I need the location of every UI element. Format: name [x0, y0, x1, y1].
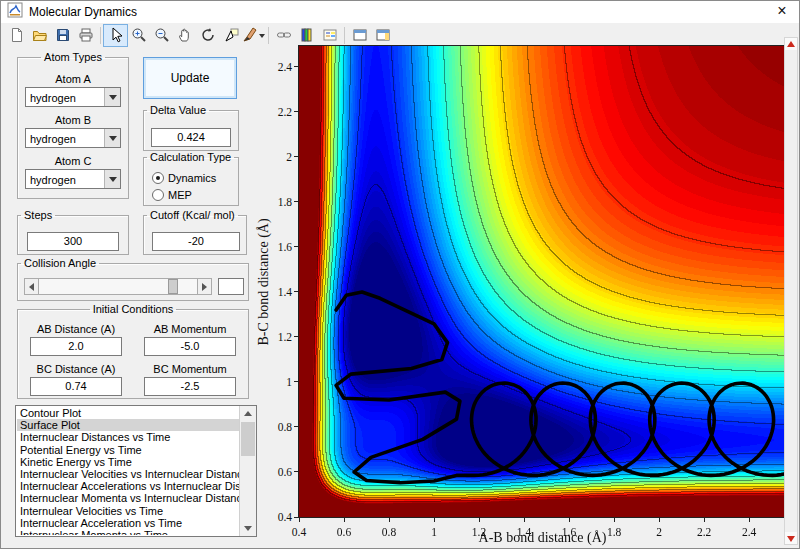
collision-slider-track[interactable] — [39, 278, 197, 295]
update-button[interactable]: Update — [143, 57, 237, 99]
contour-canvas[interactable] — [299, 46, 786, 517]
scroll-down-icon[interactable] — [240, 521, 256, 536]
x-axis-label: A-B bond distance (Å) — [299, 530, 786, 546]
delta-value-field[interactable]: 0.424 — [151, 128, 231, 147]
scroll-up-icon[interactable] — [240, 406, 256, 421]
slider-right-arrow-icon[interactable] — [197, 278, 212, 295]
link-plot-button[interactable] — [272, 25, 295, 46]
steps-field[interactable]: 300 — [27, 232, 119, 251]
x-tick-mark — [524, 518, 525, 522]
ab-momentum-field[interactable]: -5.0 — [144, 337, 236, 356]
list-item[interactable]: Internuclear Momenta vs Time — [17, 529, 239, 535]
bc-distance-field[interactable]: 0.74 — [30, 377, 122, 396]
atom-b-select[interactable]: hydrogen — [25, 128, 121, 148]
y-tick-mark — [294, 471, 298, 472]
y-tick-mark — [294, 156, 298, 157]
plot-type-listbox[interactable]: Contour PlotSurface PlotInternuclear Dis… — [15, 405, 257, 537]
print-button[interactable] — [74, 25, 97, 46]
close-button[interactable] — [765, 1, 799, 23]
rotate-3d-button[interactable] — [196, 25, 219, 46]
list-item[interactable]: Surface Plot — [17, 419, 239, 431]
list-item[interactable]: Internulear Velocities vs Time — [17, 505, 239, 517]
list-item[interactable]: Potential Energy vs Time — [17, 444, 239, 456]
collision-angle-title: Collision Angle — [21, 257, 99, 269]
open-file-button[interactable] — [28, 25, 51, 46]
legend-button[interactable] — [318, 25, 341, 46]
hide-plot-tools-button[interactable] — [348, 25, 371, 46]
chevron-down-icon — [104, 170, 120, 188]
y-tick-mark — [294, 246, 298, 247]
colorbar-button[interactable] — [295, 25, 318, 46]
y-tick-mark — [294, 517, 298, 518]
slider-down-button[interactable] — [785, 532, 797, 544]
data-cursor-button[interactable] — [219, 25, 242, 46]
show-plot-tools-button[interactable] — [371, 25, 394, 46]
list-item[interactable]: Internuclear Velocities vs Internuclear … — [17, 468, 239, 480]
vertical-slider[interactable] — [784, 37, 798, 545]
ab-distance-field[interactable]: 2.0 — [30, 337, 122, 356]
list-item[interactable]: Kinetic Energy vs Time — [17, 456, 239, 468]
ab-momentum-label: AB Momentum — [138, 323, 242, 335]
new-file-button[interactable] — [5, 25, 28, 46]
y-tick-label: 2 — [252, 151, 292, 163]
y-tick-mark — [294, 426, 298, 427]
collision-angle-slider[interactable] — [24, 278, 212, 295]
plot-type-listbox-items: Contour PlotSurface PlotInternuclear Dis… — [17, 407, 239, 535]
x-tick-mark — [659, 518, 660, 522]
radio-dynamics[interactable] — [152, 172, 164, 184]
atom-types-title: Atom Types — [41, 51, 105, 63]
zoom-in-button[interactable] — [127, 25, 150, 46]
show-plot-tools-icon — [375, 27, 391, 43]
red-up-arrow-icon — [787, 37, 795, 47]
list-item[interactable]: Contour Plot — [17, 407, 239, 419]
red-down-arrow-icon — [787, 536, 795, 546]
x-tick-mark — [569, 518, 570, 522]
data-cursor-icon — [223, 27, 239, 43]
bc-momentum-field[interactable]: -2.5 — [144, 377, 236, 396]
legend-icon — [322, 27, 338, 43]
zoom-out-button[interactable] — [150, 25, 173, 46]
radio-mep[interactable] — [152, 189, 164, 201]
y-tick-label: 0.8 — [252, 421, 292, 433]
slider-left-arrow-icon[interactable] — [24, 278, 39, 295]
open-file-icon — [32, 27, 48, 43]
list-item[interactable]: Internuclear Distances vs Time — [17, 431, 239, 443]
toolbar-separator — [268, 27, 269, 44]
brush-button[interactable] — [242, 25, 265, 46]
pan-icon — [177, 27, 193, 43]
toolbar-separator — [100, 27, 101, 44]
bc-momentum-label: BC Momentum — [138, 363, 242, 375]
collision-angle-field[interactable] — [218, 278, 244, 295]
toolbar — [1, 23, 799, 47]
y-tick-mark — [294, 336, 298, 337]
toolbar-separator — [344, 27, 345, 44]
radio-dynamics-label: Dynamics — [168, 172, 216, 184]
atom-c-value: hydrogen — [30, 171, 76, 189]
atom-c-select[interactable]: hydrogen — [25, 169, 121, 189]
pointer-button[interactable] — [104, 25, 127, 46]
x-tick-mark — [344, 518, 345, 522]
list-item[interactable]: Internuclear Accelerations vs Internucle… — [17, 480, 239, 492]
slider-up-button[interactable] — [785, 38, 797, 50]
y-tick-mark — [294, 291, 298, 292]
x-tick-mark — [704, 518, 705, 522]
collision-slider-thumb[interactable] — [168, 279, 178, 294]
x-tick-mark — [434, 518, 435, 522]
plot-region[interactable]: 0.40.60.811.21.41.61.822.22.40.40.60.811… — [299, 46, 786, 517]
steps-panel: Steps 300 — [17, 209, 129, 255]
new-file-icon — [9, 27, 25, 43]
chevron-down-icon — [259, 34, 265, 41]
x-tick-mark — [479, 518, 480, 522]
atom-a-label: Atom A — [25, 73, 121, 85]
atom-a-select[interactable]: hydrogen — [25, 87, 121, 107]
cutoff-field[interactable]: -20 — [152, 232, 240, 251]
atom-b-label: Atom B — [25, 114, 121, 126]
steps-title: Steps — [21, 209, 55, 221]
app-icon — [7, 2, 23, 22]
hide-plot-tools-icon — [352, 27, 368, 43]
list-item[interactable]: Internuclear Acceleration vs Time — [17, 517, 239, 529]
calculation-type-panel: Calculation Type Dynamics MEP — [143, 151, 239, 206]
save-button[interactable] — [51, 25, 74, 46]
pan-button[interactable] — [173, 25, 196, 46]
list-item[interactable]: Internuclear Momenta vs Internuclear Dis… — [17, 492, 239, 504]
